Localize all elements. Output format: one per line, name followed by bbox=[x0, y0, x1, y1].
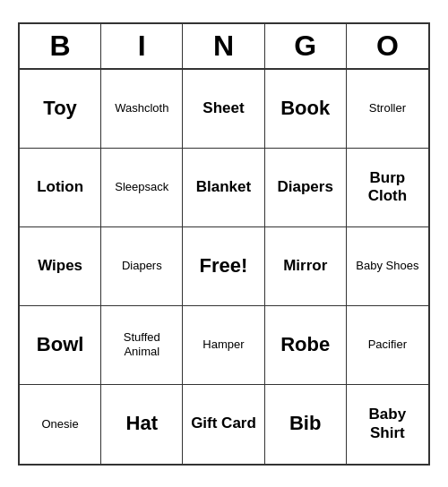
bingo-cell: Burp Cloth bbox=[347, 149, 428, 227]
bingo-cell: Baby Shoes bbox=[347, 227, 428, 306]
bingo-card: BINGO ToyWashclothSheetBookStrollerLotio… bbox=[18, 22, 430, 466]
bingo-cell: Diapers bbox=[101, 227, 183, 306]
bingo-grid: ToyWashclothSheetBookStrollerLotionSleep… bbox=[20, 70, 428, 464]
bingo-cell: Wipes bbox=[20, 227, 101, 306]
bingo-cell: Sheet bbox=[183, 70, 264, 149]
header-letter: B bbox=[20, 24, 101, 68]
bingo-cell: Baby Shirt bbox=[347, 385, 428, 464]
bingo-cell: Washcloth bbox=[101, 70, 183, 149]
bingo-cell: Diapers bbox=[265, 149, 347, 227]
bingo-cell: Robe bbox=[265, 306, 347, 385]
bingo-header: BINGO bbox=[20, 24, 428, 70]
bingo-cell: Bowl bbox=[20, 306, 101, 385]
bingo-cell: Sleepsack bbox=[101, 149, 183, 227]
header-letter: G bbox=[265, 24, 347, 68]
bingo-cell: Onesie bbox=[20, 385, 101, 464]
header-letter: N bbox=[183, 24, 264, 68]
bingo-cell: Mirror bbox=[265, 227, 347, 306]
bingo-cell: Free! bbox=[183, 227, 264, 306]
bingo-cell: Stuffed Animal bbox=[101, 306, 183, 385]
bingo-cell: Bib bbox=[265, 385, 347, 464]
bingo-cell: Toy bbox=[20, 70, 101, 149]
header-letter: O bbox=[347, 24, 428, 68]
bingo-cell: Book bbox=[265, 70, 347, 149]
bingo-cell: Blanket bbox=[183, 149, 264, 227]
bingo-cell: Hat bbox=[101, 385, 183, 464]
bingo-cell: Hamper bbox=[183, 306, 264, 385]
bingo-cell: Gift Card bbox=[183, 385, 264, 464]
bingo-cell: Lotion bbox=[20, 149, 101, 227]
bingo-cell: Pacifier bbox=[347, 306, 428, 385]
bingo-cell: Stroller bbox=[347, 70, 428, 149]
header-letter: I bbox=[101, 24, 183, 68]
